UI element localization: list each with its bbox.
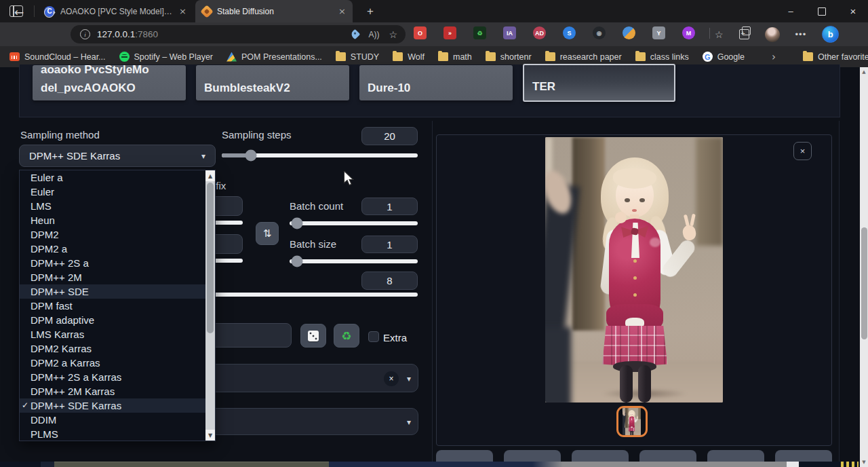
bookmark-item[interactable]: G Google xyxy=(703,52,745,62)
clear-icon[interactable]: × xyxy=(384,371,399,386)
extension-icon[interactable]: » xyxy=(443,26,456,39)
swap-dimensions-button[interactable]: ⇅ xyxy=(256,222,279,245)
sampling-steps-slider[interactable] xyxy=(222,153,418,157)
slider-handle[interactable] xyxy=(292,256,303,267)
site-info-icon[interactable]: i xyxy=(80,29,90,39)
menu-option[interactable]: ✓ Euler xyxy=(20,185,205,199)
extra-checkbox[interactable] xyxy=(368,331,379,342)
tab-close-icon[interactable]: × xyxy=(179,6,186,16)
menu-option[interactable]: ✓ LMS xyxy=(20,199,205,213)
tag-icon[interactable] xyxy=(350,29,361,40)
slider-handle[interactable] xyxy=(292,218,303,229)
bookmark-item[interactable]: shortenr xyxy=(486,52,532,62)
scrollbar-thumb[interactable] xyxy=(861,227,867,339)
batch-size-input[interactable]: 1 xyxy=(361,236,418,253)
address-bar[interactable]: i 127.0.0.1:7860 A)) ☆ xyxy=(71,25,406,43)
extension-icon[interactable]: ◉ xyxy=(593,26,606,39)
bookmark-item[interactable]: reasearch paper xyxy=(545,52,622,62)
bookmark-item[interactable]: Wolf xyxy=(393,52,425,62)
toolbar-right-icons: ☆ ••• b xyxy=(715,26,839,43)
extension-icon[interactable]: M xyxy=(682,26,695,39)
menu-option[interactable]: ✓ DPM adaptive xyxy=(20,313,205,327)
restore-button[interactable] xyxy=(807,0,837,22)
scroll-up-icon[interactable]: ▲ xyxy=(205,170,215,181)
scroll-down-icon[interactable]: ▼ xyxy=(860,457,868,467)
sampling-method-value: DPM++ SDE Karras xyxy=(29,150,120,162)
menu-option[interactable]: ✓ DPM2 Karras xyxy=(20,341,205,356)
bookmark-item[interactable]: class links xyxy=(635,52,689,62)
bookmark-item[interactable]: POM Presentations... xyxy=(226,52,322,62)
menu-option[interactable]: ✓ DPM++ 2S a xyxy=(20,256,205,270)
model-card-del-pvc[interactable]: aoaoko PvcStyleMo del_pvcAOAOKO xyxy=(33,65,186,100)
add-favorite-icon[interactable]: ☆ xyxy=(389,29,397,40)
tab-stable-diffusion[interactable]: Stable Diffusion × xyxy=(195,0,353,22)
menu-option-label: Euler xyxy=(31,186,54,198)
scroll-down-icon[interactable]: ▼ xyxy=(205,430,215,441)
profile-avatar[interactable] xyxy=(765,27,780,42)
model-card-dure10[interactable]: Dure-10 xyxy=(359,65,513,100)
extension-icon[interactable]: ♻ xyxy=(473,26,486,39)
menu-option[interactable]: ✓ Euler a xyxy=(20,170,205,185)
menu-option[interactable]: ✓ DPM fast xyxy=(20,299,205,313)
bookmark-icon xyxy=(545,52,555,61)
generated-image[interactable] xyxy=(545,137,723,403)
read-aloud-icon[interactable]: A)) xyxy=(368,30,379,39)
extension-icon[interactable]: IA xyxy=(503,26,516,39)
menu-option[interactable]: ✓ DPM++ 2M Karras xyxy=(20,384,205,398)
favorites-list-icon[interactable]: ☆ xyxy=(715,29,724,40)
model-card-bumblesteak[interactable]: BumblesteakV2 xyxy=(196,65,349,100)
batch-count-slider[interactable] xyxy=(290,221,418,225)
menu-option[interactable]: ✓ DPM2 a xyxy=(20,242,205,256)
collections-icon[interactable] xyxy=(739,29,749,39)
extension-icon[interactable]: Y xyxy=(652,26,665,39)
back-button[interactable]: ← xyxy=(11,4,27,20)
bookmarks-overflow-chevron[interactable]: › xyxy=(772,51,776,63)
bing-icon[interactable]: b xyxy=(822,26,839,43)
bookmark-item[interactable]: SoundCloud – Hear... xyxy=(9,52,106,62)
slider-handle[interactable] xyxy=(245,150,257,162)
settings-menu-icon[interactable]: ••• xyxy=(795,29,807,39)
sampling-method-select[interactable]: DPM++ SDE Karras ▾ xyxy=(19,145,216,167)
girl-leg xyxy=(630,432,631,435)
extension-icon[interactable]: S xyxy=(563,26,576,39)
bookmark-item[interactable]: Spotify – Web Player xyxy=(119,52,214,62)
girl-leg xyxy=(638,365,651,403)
menu-option[interactable]: ✓ DPM++ SDE Karras xyxy=(20,398,205,413)
close-image-button[interactable]: × xyxy=(793,142,812,160)
menu-option[interactable]: ✓ Heun xyxy=(20,213,205,227)
generated-image[interactable] xyxy=(623,408,641,435)
menu-option[interactable]: ✓ DPM2 a Karras xyxy=(20,356,205,370)
menu-option[interactable]: ✓ DPM++ 2S a Karras xyxy=(20,370,205,384)
cfg-scale-input[interactable]: 8 xyxy=(361,272,418,290)
tab-close-icon[interactable]: × xyxy=(338,6,346,16)
bookmark-item[interactable]: math xyxy=(438,52,472,62)
extension-icon[interactable] xyxy=(623,26,635,39)
page-scrollbar[interactable]: ▲ ▼ xyxy=(860,67,868,467)
menu-option[interactable]: ✓ DPM2 xyxy=(20,227,205,242)
sampling-steps-input[interactable]: 20 xyxy=(361,127,418,145)
other-favorites[interactable]: Other favorites xyxy=(803,52,868,62)
menu-option[interactable]: ✓ DPM++ SDE xyxy=(20,284,205,299)
minimize-button[interactable]: – xyxy=(776,0,806,22)
gallery-thumbnail-selected[interactable] xyxy=(616,406,648,437)
menu-option[interactable]: ✓ DDIM xyxy=(20,413,205,427)
menu-option[interactable]: ✓ PLMS xyxy=(20,427,205,441)
new-tab-button[interactable]: + xyxy=(362,3,378,20)
tab-aoaoko[interactable]: C AOAOKO [PVC Style Model] - PV × xyxy=(37,0,193,22)
refresh-button[interactable] xyxy=(41,4,57,20)
extension-icon[interactable]: O xyxy=(414,26,427,39)
menu-scrollbar[interactable]: ▲ ▼ xyxy=(205,170,215,441)
menu-option[interactable]: ✓ DPM++ 2M xyxy=(20,270,205,284)
bookmark-item[interactable]: STUDY xyxy=(336,52,379,62)
random-seed-button[interactable] xyxy=(300,324,326,348)
close-window-button[interactable]: × xyxy=(838,0,868,22)
extension-icon[interactable]: AD xyxy=(533,26,546,39)
batch-count-input[interactable]: 1 xyxy=(361,198,418,215)
batch-size-slider[interactable] xyxy=(290,259,418,263)
scroll-up-icon[interactable]: ▲ xyxy=(860,67,868,77)
model-card-ter[interactable]: TER xyxy=(523,64,675,102)
scrollbar-thumb[interactable] xyxy=(207,183,214,333)
reuse-seed-button[interactable]: ♻ xyxy=(334,324,359,348)
menu-option[interactable]: ✓ LMS Karras xyxy=(20,327,205,341)
menu-option-label: DPM++ SDE xyxy=(31,286,89,297)
